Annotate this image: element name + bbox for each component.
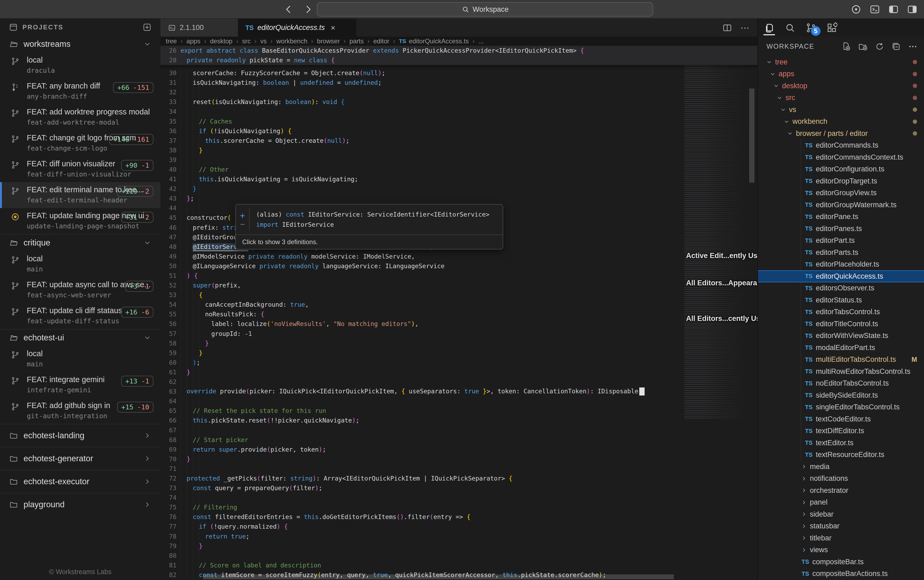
section-header-critique[interactable]: critique xyxy=(0,234,160,251)
tooltip-status[interactable]: Click to show 3 definitions. xyxy=(236,234,502,249)
chevron-down-icon[interactable] xyxy=(143,334,152,342)
tree-file-editorGroupView-ts[interactable]: TSeditorGroupView.ts xyxy=(758,187,924,199)
section-header-echotest-executor[interactable]: echotest-executor xyxy=(0,470,160,493)
source-control-tab[interactable]: 5 xyxy=(804,21,817,35)
tree-file-multiRowEditorTabsControl-ts[interactable]: TSmultiRowEditorTabsControl.ts xyxy=(758,366,924,377)
chevron-right-icon[interactable] xyxy=(801,463,808,470)
workstream-item[interactable]: FEAT: update async call to aws se...feat… xyxy=(0,277,160,303)
tree-folder-sidebar[interactable]: sidebar xyxy=(758,508,924,521)
tree-folder-vs[interactable]: vs xyxy=(758,104,924,116)
workstream-item[interactable]: localmain xyxy=(0,346,160,372)
tree-file-compositeBarActions-ts[interactable]: TScompositeBarActions.ts xyxy=(758,568,924,580)
tree-file-editorPane-ts[interactable]: TSeditorPane.ts xyxy=(758,211,924,223)
new-folder-button[interactable] xyxy=(858,42,868,51)
tree-file-editorGroupWatermark-ts[interactable]: TSeditorGroupWatermark.ts xyxy=(758,199,924,211)
tree-file-textEditor-ts[interactable]: TStextEditor.ts xyxy=(758,437,924,449)
workstream-item[interactable]: FEAT: any branch diffany-branch-diff+66-… xyxy=(0,78,160,104)
split-editor-button[interactable] xyxy=(722,23,732,33)
tree-folder-notifications[interactable]: notifications xyxy=(758,473,924,485)
chevron-right-icon[interactable] xyxy=(801,487,808,494)
tree-folder-orchestrator[interactable]: orchestrator xyxy=(758,484,924,497)
workstream-item[interactable]: FEAT: integrate geminiintefrate-gemini+1… xyxy=(0,372,160,398)
chevron-right-icon[interactable] xyxy=(801,523,808,529)
chevron-right-icon[interactable] xyxy=(801,499,808,506)
breadcrumb-item[interactable]: browser xyxy=(308,38,340,45)
breadcrumb-item[interactable]: desktop xyxy=(200,38,232,45)
search-tab[interactable] xyxy=(784,21,797,35)
more-actions-button[interactable] xyxy=(908,42,917,51)
section-header-echotest-generator[interactable]: echotest-generator xyxy=(0,447,160,470)
workstream-item[interactable]: FEAT: edit terminal name to kee...feat-e… xyxy=(0,182,160,208)
tree-file-editorsObserver-ts[interactable]: TSeditorsObserver.ts xyxy=(758,282,924,295)
breadcrumb-item[interactable]: editor xyxy=(364,38,389,45)
forward-button[interactable] xyxy=(302,3,314,15)
breadcrumb-item[interactable]: src xyxy=(232,38,250,45)
tree-file-editorQuickAccess-ts[interactable]: TSeditorQuickAccess.ts xyxy=(758,270,924,282)
tree-file-modalEditorPart-ts[interactable]: TSmodalEditorPart.ts xyxy=(758,342,924,354)
chevron-down-icon[interactable] xyxy=(783,119,790,125)
record-button[interactable] xyxy=(850,3,862,15)
tab-2.1.100[interactable]: 2.1.100 xyxy=(160,19,238,37)
chevron-down-icon[interactable] xyxy=(776,95,783,101)
workstream-item[interactable]: FEAT: add github sign ingit-auth-integra… xyxy=(0,398,160,424)
workstream-item[interactable]: FEAT: change git logo from scmfeat-chang… xyxy=(0,130,160,156)
workstream-item[interactable]: localmain xyxy=(0,251,160,277)
section-header-echotest-landing[interactable]: echotest-landing xyxy=(0,424,160,447)
chevron-right-icon[interactable] xyxy=(143,455,152,463)
tree-file-textCodeEditor-ts[interactable]: TStextCodeEditor.ts xyxy=(758,413,924,425)
breadcrumb-item[interactable]: tree xyxy=(166,38,177,45)
refresh-button[interactable] xyxy=(875,42,884,51)
tree-folder-browser-parts-editor[interactable]: browser / parts / editor xyxy=(758,128,924,140)
tree-folder-statusbar[interactable]: statusbar xyxy=(758,521,924,532)
terminal-button[interactable] xyxy=(869,3,881,15)
tree-folder-src[interactable]: src xyxy=(758,92,924,104)
workstream-item[interactable]: FEAT: add worktree progress modalfeat-ad… xyxy=(0,104,160,130)
tree-file-textDiffEditor-ts[interactable]: TStextDiffEditor.ts xyxy=(758,425,924,437)
chevron-right-icon[interactable] xyxy=(801,535,808,541)
tree-file-sideBySideEditor-ts[interactable]: TSsideBySideEditor.ts xyxy=(758,389,924,401)
chevron-right-icon[interactable] xyxy=(801,475,808,482)
tree-folder-titlebar[interactable]: titlebar xyxy=(758,532,924,544)
section-header-workstreams[interactable]: workstreams xyxy=(0,36,160,53)
section-header-playground[interactable]: playground xyxy=(0,493,160,516)
chevron-right-icon[interactable] xyxy=(801,547,808,553)
tree-file-editorTitleControl-ts[interactable]: TSeditorTitleControl.ts xyxy=(758,318,924,330)
tree-folder-views[interactable]: views xyxy=(758,544,924,556)
expand-icon[interactable]: + xyxy=(240,213,245,219)
code-editor[interactable]: 30scorerCache: FuzzyScorerCache = Object… xyxy=(160,46,758,580)
tree-file-editorPanes-ts[interactable]: TSeditorPanes.ts xyxy=(758,223,924,235)
tree-folder-tree[interactable]: tree xyxy=(758,56,924,68)
tab-editorQuickAccess.ts[interactable]: TSeditorQuickAccess.ts× xyxy=(238,19,356,37)
breadcrumb-overflow[interactable]: ... xyxy=(469,38,484,45)
chevron-down-icon[interactable] xyxy=(766,59,773,65)
tree-file-editorTabsControl-ts[interactable]: TSeditorTabsControl.ts xyxy=(758,306,924,318)
breadcrumb-item[interactable]: parts xyxy=(340,38,364,45)
tree-file-editorWithViewState-ts[interactable]: TSeditorWithViewState.ts xyxy=(758,330,924,342)
breadcrumb-item[interactable]: vs xyxy=(250,38,267,45)
breadcrumb[interactable]: treeappsdesktopsrcvsworkbenchbrowserpart… xyxy=(160,37,758,46)
tree-folder-desktop[interactable]: desktop xyxy=(758,80,924,92)
breadcrumb-file[interactable]: TSeditorQuickAccess.ts xyxy=(389,38,469,45)
tree-folder-media[interactable]: media xyxy=(758,461,924,473)
section-header-echotest-ui[interactable]: echotest-ui xyxy=(0,330,160,346)
tree-file-editorStatus-ts[interactable]: TSeditorStatus.ts xyxy=(758,294,924,306)
add-project-button[interactable] xyxy=(142,23,152,32)
chevron-down-icon[interactable] xyxy=(143,40,152,48)
breadcrumb-item[interactable]: apps xyxy=(177,38,200,45)
tree-folder-workbench[interactable]: workbench xyxy=(758,116,924,128)
chevron-down-icon[interactable] xyxy=(773,82,780,89)
tree-folder-apps[interactable]: apps xyxy=(758,68,924,80)
workstream-item[interactable]: localdracula xyxy=(0,53,160,78)
tree-file-multiEditorTabsControl-ts[interactable]: TSmultiEditorTabsControl.tsM xyxy=(758,354,924,366)
collapse-all-button[interactable] xyxy=(891,42,901,51)
chevron-right-icon[interactable] xyxy=(801,511,808,517)
chevron-right-icon[interactable] xyxy=(143,478,152,486)
breadcrumb-item[interactable]: workbench xyxy=(267,38,307,45)
close-tab-button[interactable]: × xyxy=(331,23,336,32)
horizontal-scrollbar[interactable] xyxy=(203,574,674,579)
chevron-down-icon[interactable] xyxy=(787,130,794,137)
toggle-right-panel-button[interactable] xyxy=(906,3,918,15)
tree-file-editorParts-ts[interactable]: TSeditorParts.ts xyxy=(758,247,924,259)
workstream-item[interactable]: FEAT: update cli diff statausfeat-update… xyxy=(0,303,160,329)
tree-file-textResourceEditor-ts[interactable]: TStextResourceEditor.ts xyxy=(758,449,924,461)
